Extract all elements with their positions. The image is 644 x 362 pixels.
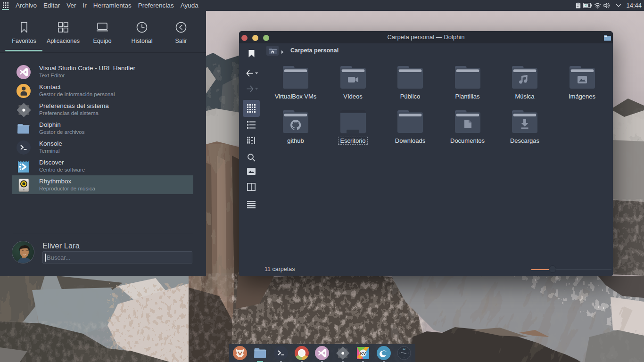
svg-text:12: 12 [403,347,405,350]
svg-text:KV: KV [360,351,366,356]
